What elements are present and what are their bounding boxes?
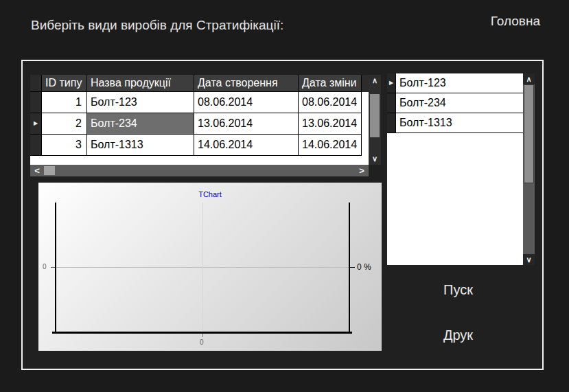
page-title: Виберіть види виробів для Стратифікації: [31, 18, 283, 33]
current-row-marker-icon: ▶ [34, 120, 38, 126]
home-button[interactable]: Головна [491, 14, 540, 29]
tchart-panel: TChart 0 0 % 0 [38, 183, 382, 351]
cell-id[interactable]: 3 [42, 135, 87, 156]
products-grid-rows: 1 Болт-123 08.06.2014 08.06.2014 ▶ 2 Бол… [30, 92, 362, 156]
column-header-id[interactable]: ID типу [42, 75, 87, 92]
chart-right-axis-label: 0 % [357, 262, 371, 272]
cell-modified[interactable]: 13.06.2014 [299, 113, 362, 135]
chart-bottom-axis-label: 0 [200, 338, 204, 346]
list-scroll-up-button[interactable]: ∧ [523, 73, 535, 84]
scroll-right-icon[interactable]: > [357, 165, 367, 176]
chart-title: TChart [38, 190, 382, 198]
list-item-label[interactable]: Болт-1313 [396, 113, 523, 133]
list-scroll-down-button[interactable]: ∨ [523, 254, 535, 265]
selection-list-body: ▶ Болт-123 Болт-234 Болт-1313 [387, 73, 523, 265]
start-button[interactable]: Пуск [398, 282, 518, 298]
row-header[interactable] [30, 135, 42, 156]
column-header-created[interactable]: Дата створення [194, 75, 299, 92]
scroll-down-icon: ∨ [523, 254, 535, 265]
products-grid-body: ID типу Назва продукції Дата створення Д… [30, 75, 369, 165]
table-row-selected[interactable]: ▶ 2 Болт-234 13.06.2014 13.06.2014 [30, 113, 362, 135]
list-vertical-scrollbar[interactable]: ∧ ∨ [523, 73, 535, 265]
chart-right-tick [350, 267, 355, 268]
chart-right-axis [349, 203, 350, 333]
chart-left-tick [51, 267, 55, 268]
column-header-modified[interactable]: Дата зміни [299, 75, 362, 92]
grid-vertical-scrollbar[interactable]: ∧ ∨ [369, 75, 381, 165]
scroll-up-icon[interactable]: ∧ [369, 76, 381, 84]
cell-created[interactable]: 14.06.2014 [194, 135, 299, 156]
list-item[interactable]: Болт-234 [387, 93, 523, 113]
row-header[interactable]: ▶ [387, 73, 396, 93]
chart-left-axis-label: 0 [43, 263, 47, 270]
list-item-label[interactable]: Болт-234 [396, 93, 523, 113]
list-item-label[interactable]: Болт-123 [396, 73, 523, 93]
cell-name[interactable]: Болт-1313 [87, 135, 194, 156]
grid-horizontal-scrollbar[interactable]: < > [30, 165, 369, 176]
column-header-name[interactable]: Назва продукції [87, 75, 194, 92]
row-header[interactable]: ▶ [30, 113, 42, 135]
selection-list: ▶ Болт-123 Болт-234 Болт-1313 ∧ ∨ [387, 73, 535, 265]
list-item[interactable]: Болт-1313 [387, 113, 523, 133]
current-row-marker-icon: ▶ [389, 80, 393, 86]
cell-name[interactable]: Болт-123 [87, 92, 194, 113]
list-item[interactable]: ▶ Болт-123 [387, 73, 523, 93]
grid-vscrollbar-thumb[interactable] [370, 94, 380, 137]
cell-modified[interactable]: 08.06.2014 [299, 92, 362, 113]
list-vscrollbar-thumb[interactable] [524, 84, 534, 183]
table-row[interactable]: 3 Болт-1313 14.06.2014 14.06.2014 [30, 135, 362, 156]
print-button[interactable]: Друк [398, 327, 518, 343]
cell-created[interactable]: 13.06.2014 [194, 113, 299, 135]
grid-hscrollbar-thumb[interactable] [44, 166, 55, 175]
table-row[interactable]: 1 Болт-123 08.06.2014 08.06.2014 [30, 92, 362, 113]
cell-created[interactable]: 08.06.2014 [194, 92, 299, 113]
cell-id[interactable]: 2 [42, 113, 87, 135]
products-grid-header: ID типу Назва продукції Дата створення Д… [30, 75, 369, 92]
chart-left-axis [55, 203, 56, 333]
row-header[interactable] [30, 92, 42, 113]
cell-modified[interactable]: 14.06.2014 [299, 135, 362, 156]
grid-header-filler [362, 75, 369, 92]
grid-corner-cell[interactable] [30, 75, 42, 92]
chart-bottom-tick [202, 334, 203, 337]
scroll-down-icon[interactable]: ∨ [369, 154, 381, 163]
cell-id[interactable]: 1 [42, 92, 87, 113]
products-grid: ID типу Назва продукції Дата створення Д… [30, 75, 381, 176]
chart-gridline-vertical [202, 203, 203, 332]
row-header[interactable] [387, 113, 396, 133]
scroll-up-icon: ∧ [523, 73, 535, 84]
scroll-left-icon[interactable]: < [32, 165, 42, 176]
row-header[interactable] [387, 93, 396, 113]
cell-name-selected[interactable]: Болт-234 [87, 113, 194, 135]
